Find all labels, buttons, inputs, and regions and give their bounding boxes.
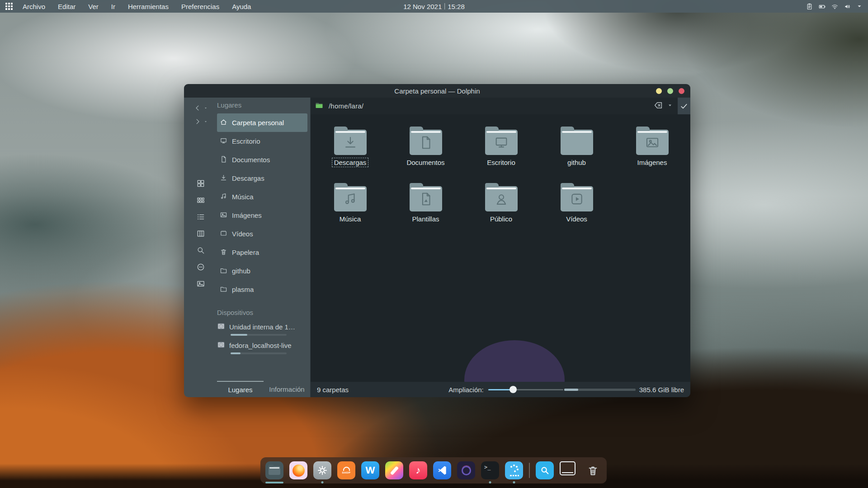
home-icon <box>220 118 227 127</box>
dock: SHOPW♪>_ <box>260 457 607 483</box>
dock-music-app-icon[interactable]: ♪ <box>409 461 427 479</box>
menu-ir[interactable]: Ir <box>111 3 115 10</box>
dock-firefox-icon[interactable] <box>289 461 307 479</box>
wallpaper-bleed-shape <box>464 340 565 382</box>
apps-grid-icon[interactable] <box>5 3 13 10</box>
folder-green-icon <box>315 101 323 111</box>
sidebar-item-papelera[interactable]: Papelera <box>217 243 307 262</box>
folder-icon <box>334 186 367 211</box>
dock-media-player-icon[interactable] <box>457 461 475 479</box>
menu-archivo[interactable]: Archivo <box>23 3 45 10</box>
location-dropdown-icon[interactable] <box>667 102 673 110</box>
back-button[interactable] <box>193 101 208 115</box>
dock-settings-icon[interactable] <box>313 461 331 479</box>
panel-tab-información[interactable]: Información <box>264 381 310 397</box>
document-glyph-icon <box>418 135 434 152</box>
folder-view[interactable]: DescargasDocumentosEscritoriogithubImáge… <box>311 114 690 382</box>
preview-icon[interactable] <box>196 279 205 288</box>
maximize-button[interactable] <box>667 88 673 94</box>
panel-tab-lugares[interactable]: Lugares <box>217 381 264 397</box>
folder-item-vídeos[interactable]: Vídeos <box>539 183 614 236</box>
icons-view-icon[interactable] <box>196 179 205 188</box>
dock-paint-app-icon[interactable] <box>385 461 403 479</box>
desktop-wallpaper: ArchivoEditarVerIrHerramientasPreferenci… <box>0 0 868 488</box>
sidebar-item-github[interactable]: github <box>217 262 307 280</box>
menu-ayuda[interactable]: Ayuda <box>232 3 251 10</box>
folder-label: Descargas <box>332 158 368 167</box>
sidebar-item-escritorio[interactable]: Escritorio <box>217 132 307 150</box>
hard-drive-icon <box>217 322 225 332</box>
folder-item-documentos[interactable]: Documentos <box>388 126 463 180</box>
dock-terminal-icon[interactable]: >_ <box>481 461 499 479</box>
dock-show-desktop-icon[interactable] <box>560 461 578 479</box>
clock[interactable]: 12 Nov 2021 15:28 <box>403 0 465 13</box>
menu-preferencias[interactable]: Preferencias <box>181 3 219 10</box>
status-icon[interactable] <box>196 263 205 272</box>
details-view-icon[interactable] <box>196 212 205 221</box>
music-glyph-icon <box>343 192 358 208</box>
sidebar-item-label: Papelera <box>232 249 259 256</box>
forward-button[interactable] <box>193 115 208 128</box>
menu-editar[interactable]: Editar <box>58 3 75 10</box>
folder-label: Documentos <box>405 158 446 167</box>
sidebar-item-documentos[interactable]: Documentos <box>217 150 307 169</box>
battery-icon[interactable] <box>818 3 826 10</box>
history-dropdown-icon[interactable] <box>203 106 208 110</box>
apply-location-button[interactable] <box>678 98 690 114</box>
device-item[interactable]: fedora_localhost-live <box>217 339 310 354</box>
search-icon[interactable] <box>196 246 205 255</box>
minimize-button[interactable] <box>656 88 662 94</box>
folder-item-música[interactable]: Música <box>312 183 388 236</box>
dock-trash-icon[interactable] <box>584 461 602 479</box>
volume-icon[interactable] <box>844 3 851 10</box>
sidebar-item-música[interactable]: Música <box>217 188 307 206</box>
zoom-slider[interactable] <box>488 386 563 393</box>
columns-view-icon[interactable] <box>196 229 205 238</box>
folder-item-descargas[interactable]: Descargas <box>312 126 388 180</box>
sidebar-tabs: LugaresInformación <box>217 381 310 397</box>
sidebar-item-vídeos[interactable]: Vídeos <box>217 225 307 243</box>
dock-app-store-icon[interactable]: SHOP <box>337 461 355 479</box>
dock-vscode-icon[interactable] <box>433 461 451 479</box>
running-app-indicator <box>489 481 491 483</box>
folder-item-público[interactable]: Público <box>463 183 539 236</box>
dock-blue-dots-app-icon[interactable] <box>505 461 523 479</box>
clock-date: 12 Nov 2021 <box>403 3 442 10</box>
window-titlebar[interactable]: Carpeta personal — Dolphin <box>184 84 690 98</box>
dock-wps-writer-icon[interactable]: W <box>361 461 379 479</box>
chevron-down-icon[interactable] <box>856 3 863 9</box>
sidebar-item-plasma[interactable]: plasma <box>217 280 307 299</box>
folder-item-github[interactable]: github <box>539 126 614 180</box>
places-header: Lugares <box>217 101 310 109</box>
dock-search-icon[interactable] <box>536 461 554 479</box>
dolphin-window: Carpeta personal — Dolphin Lugares Carpe… <box>184 84 690 397</box>
clipboard-icon[interactable] <box>806 3 813 10</box>
side-toolbar <box>184 98 217 397</box>
document-icon <box>220 155 227 164</box>
dock-file-manager-icon[interactable] <box>265 461 283 479</box>
video-icon <box>220 230 227 239</box>
sidebar-item-imágenes[interactable]: Imágenes <box>217 206 307 225</box>
folder-item-plantillas[interactable]: Plantillas <box>388 183 463 236</box>
close-button[interactable] <box>679 88 684 94</box>
places-list: Carpeta personalEscritorioDocumentosDesc… <box>217 113 310 299</box>
wifi-icon[interactable] <box>831 3 839 10</box>
menu-herramientas[interactable]: Herramientas <box>128 3 169 10</box>
trash-icon <box>220 248 227 257</box>
left-icon <box>193 104 202 112</box>
menu-ver[interactable]: Ver <box>88 3 99 10</box>
history-dropdown-icon[interactable] <box>203 119 208 124</box>
folder-label: github <box>566 158 588 167</box>
compact-view-icon[interactable] <box>196 196 205 205</box>
location-path[interactable]: /home/lara/ <box>329 102 363 110</box>
sidebar-item-carpeta-personal[interactable]: Carpeta personal <box>217 113 307 132</box>
device-item[interactable]: Unidad interna de 1… <box>217 321 310 336</box>
folder-item-imágenes[interactable]: Imágenes <box>614 126 690 180</box>
clear-text-icon[interactable] <box>653 100 663 112</box>
folder-item-escritorio[interactable]: Escritorio <box>463 126 539 180</box>
menubar-menus: ArchivoEditarVerIrHerramientasPreferenci… <box>23 3 251 10</box>
view-mode-toolbar <box>196 179 205 288</box>
device-capacity-bar <box>231 334 287 336</box>
location-bar[interactable]: /home/lara/ <box>311 98 690 114</box>
sidebar-item-descargas[interactable]: Descargas <box>217 169 307 188</box>
